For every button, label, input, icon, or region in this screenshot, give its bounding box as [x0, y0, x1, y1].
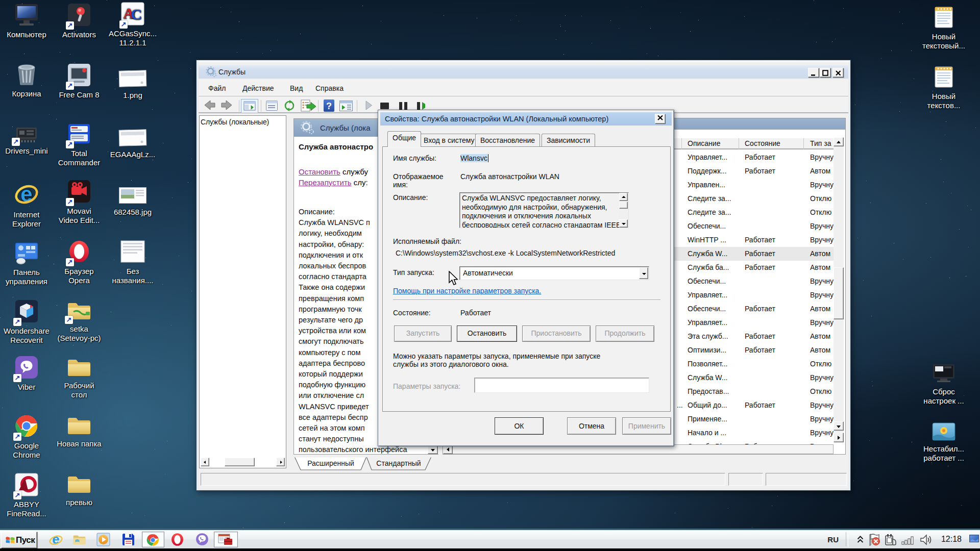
svg-text:?: ? — [326, 101, 332, 111]
svg-text:Расширенный: Расширенный — [307, 459, 354, 467]
svg-text:Стандартный: Стандартный — [376, 459, 421, 467]
svg-text:C: C — [131, 6, 142, 22]
